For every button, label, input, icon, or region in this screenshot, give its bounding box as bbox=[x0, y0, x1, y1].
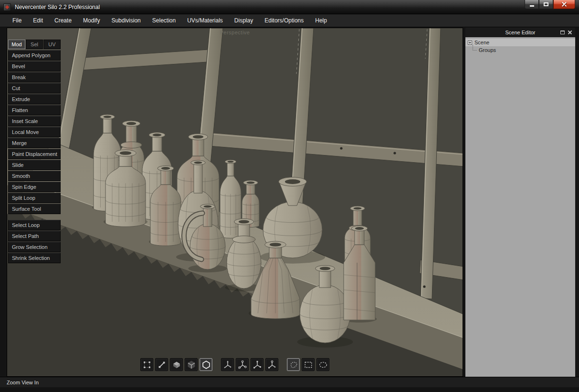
multi-select-mode-button[interactable] bbox=[200, 358, 212, 371]
tab-uv[interactable]: UV bbox=[43, 40, 61, 49]
scene-tree: Scene Groups bbox=[465, 37, 575, 54]
tool-button-append-polygon[interactable]: Append Polygon bbox=[8, 50, 61, 61]
scale-tool-icon bbox=[252, 360, 263, 370]
tool-button-shrink-selection[interactable]: Shrink Selection bbox=[8, 253, 61, 263]
viewport-3d[interactable]: Perspective Mod Sel UV Append PolygonBev… bbox=[7, 28, 463, 377]
rotate-tool-icon bbox=[237, 360, 248, 370]
tool-button-paint-displacement[interactable]: Paint Displacement bbox=[8, 149, 61, 159]
menu-subdivision[interactable]: Subdivision bbox=[105, 14, 146, 27]
tool-list-gap bbox=[8, 215, 63, 220]
tree-item-groups[interactable]: Groups bbox=[465, 46, 575, 54]
tool-button-select-loop[interactable]: Select Loop bbox=[8, 220, 61, 230]
tree-connector-icon bbox=[473, 45, 477, 51]
move-tool-icon bbox=[222, 360, 233, 370]
selection-modes-group bbox=[139, 358, 213, 371]
selection-styles-group bbox=[286, 358, 330, 371]
lasso-select-button[interactable] bbox=[287, 358, 300, 371]
close-panel-icon[interactable] bbox=[568, 30, 572, 35]
tool-button-flatten[interactable]: Flatten bbox=[8, 105, 61, 115]
tool-button-grow-selection[interactable]: Grow Selection bbox=[8, 242, 61, 252]
object-mode-icon bbox=[186, 360, 197, 370]
menu-selection[interactable]: Selection bbox=[147, 14, 181, 27]
ellipse-select-button[interactable] bbox=[316, 358, 329, 371]
tool-button-slide[interactable]: Slide bbox=[8, 160, 61, 170]
tool-button-local-move[interactable]: Local Move bbox=[8, 127, 61, 137]
window-title: Nevercenter Silo 2.2 Professional bbox=[15, 4, 100, 10]
move-tool-button[interactable] bbox=[221, 358, 234, 371]
menubar: File Edit Create Modify Subdivision Sele… bbox=[0, 14, 579, 27]
menu-edit[interactable]: Edit bbox=[27, 14, 49, 27]
multi-select-mode-icon bbox=[201, 360, 211, 370]
app-icon bbox=[3, 3, 11, 11]
close-icon bbox=[561, 1, 567, 7]
tool-button-break[interactable]: Break bbox=[8, 72, 61, 83]
tree-item-label: Groups bbox=[479, 47, 496, 53]
edge-mode-icon bbox=[157, 360, 167, 370]
universal-manipulator-button[interactable] bbox=[265, 358, 278, 371]
tool-button-bevel[interactable]: Bevel bbox=[8, 61, 61, 72]
bottom-toolbar bbox=[136, 358, 334, 371]
tree-item-scene[interactable]: Scene bbox=[465, 39, 575, 46]
tool-button-spin-edge[interactable]: Spin Edge bbox=[8, 182, 61, 192]
menu-display[interactable]: Display bbox=[229, 14, 259, 27]
face-mode-button[interactable] bbox=[170, 358, 183, 371]
maximize-button[interactable] bbox=[539, 0, 553, 9]
menu-create[interactable]: Create bbox=[49, 14, 77, 27]
tool-button-select-path[interactable]: Select Path bbox=[8, 231, 61, 241]
viewport-scene bbox=[7, 28, 463, 377]
tab-sel[interactable]: Sel bbox=[26, 40, 43, 49]
menu-file[interactable]: File bbox=[7, 14, 27, 27]
tool-panel-tabs: Mod Sel UV bbox=[8, 40, 63, 49]
minimize-icon bbox=[530, 5, 534, 7]
close-button[interactable] bbox=[553, 0, 575, 9]
tool-button-list: Append PolygonBevelBreakCutExtrudeFlatte… bbox=[8, 50, 63, 214]
status-bar: Zoom View In bbox=[0, 377, 579, 387]
tool-button-extrude[interactable]: Extrude bbox=[8, 94, 61, 104]
rotate-tool-button[interactable] bbox=[236, 358, 249, 371]
ellipse-select-icon bbox=[318, 360, 328, 370]
vertex-mode-icon bbox=[142, 360, 152, 370]
main-content: Perspective Mod Sel UV Append PolygonBev… bbox=[0, 27, 579, 377]
minimize-button[interactable] bbox=[525, 0, 539, 9]
expand-icon[interactable] bbox=[468, 41, 472, 45]
titlebar[interactable]: Nevercenter Silo 2.2 Professional bbox=[0, 0, 579, 14]
menu-help[interactable]: Help bbox=[309, 14, 333, 27]
menu-modify[interactable]: Modify bbox=[77, 14, 105, 27]
scene-editor-panel: Scene Editor Scene Groups bbox=[465, 28, 575, 377]
edge-mode-button[interactable] bbox=[155, 358, 168, 371]
tool-button-smooth[interactable]: Smooth bbox=[8, 171, 61, 181]
menu-editors-options[interactable]: Editors/Options bbox=[259, 14, 309, 27]
object-mode-button[interactable] bbox=[185, 358, 198, 371]
universal-manipulator-icon bbox=[267, 360, 277, 370]
vertex-mode-button[interactable] bbox=[140, 358, 153, 371]
face-mode-icon bbox=[171, 360, 182, 370]
tool-button-split-loop[interactable]: Split Loop bbox=[8, 193, 61, 203]
window-controls bbox=[525, 0, 575, 9]
marquee-select-button[interactable] bbox=[302, 358, 315, 371]
scene-editor-title: Scene Editor bbox=[505, 30, 536, 35]
lasso-select-icon bbox=[288, 360, 299, 370]
status-text: Zoom View In bbox=[7, 380, 39, 385]
tool-button-surface-tool[interactable]: Surface Tool bbox=[8, 204, 61, 214]
scale-tool-button[interactable] bbox=[251, 358, 263, 371]
menu-uvs-materials[interactable]: UVs/Materials bbox=[181, 14, 229, 27]
manipulators-group bbox=[220, 358, 279, 371]
tab-mod[interactable]: Mod bbox=[8, 40, 25, 49]
float-panel-icon[interactable] bbox=[560, 31, 565, 34]
tool-button-inset-scale[interactable]: Inset Scale bbox=[8, 116, 61, 126]
marquee-select-icon bbox=[303, 360, 314, 370]
app-window: Nevercenter Silo 2.2 Professional File E… bbox=[0, 0, 579, 392]
tool-button-cut[interactable]: Cut bbox=[8, 83, 61, 93]
scene-editor-titlebar[interactable]: Scene Editor bbox=[465, 28, 575, 37]
maximize-icon bbox=[544, 2, 548, 6]
selection-tool-list: Select LoopSelect PathGrow SelectionShri… bbox=[8, 220, 63, 263]
tool-panel: Mod Sel UV Append PolygonBevelBreakCutEx… bbox=[8, 40, 63, 264]
viewport-mode-label: Perspective bbox=[7, 30, 463, 35]
tool-button-merge[interactable]: Merge bbox=[8, 138, 61, 148]
